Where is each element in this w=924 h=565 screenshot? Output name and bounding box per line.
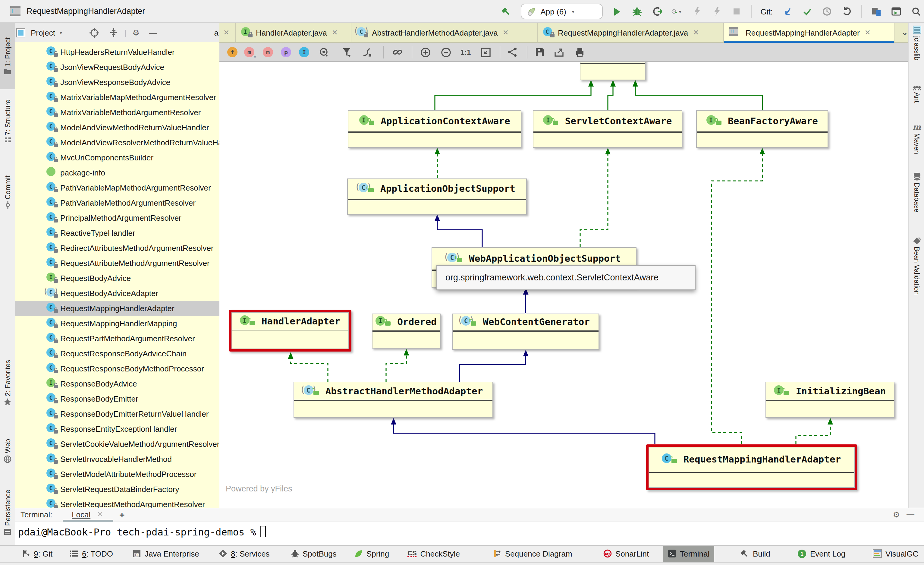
bottom-bar-event-log[interactable]: 1Event Log bbox=[793, 545, 850, 562]
project-structure-icon[interactable] bbox=[871, 6, 882, 17]
close-tab-icon[interactable]: ✕ bbox=[865, 29, 871, 37]
run-configuration-select[interactable]: App (6)▼ bbox=[521, 4, 603, 19]
tree-item-HttpHeadersReturnValueHandler[interactable]: CHttpHeadersReturnValueHandler bbox=[15, 44, 219, 59]
bottom-bar-sequence-diagram[interactable]: Sequence Diagram bbox=[488, 545, 577, 562]
tree-item-RequestResponseBodyMethodProcessor[interactable]: CRequestResponseBodyMethodProcessor bbox=[15, 361, 219, 376]
debug-icon[interactable] bbox=[632, 6, 642, 17]
tool-strip-ant[interactable]: Ant bbox=[909, 83, 924, 111]
run-anything-icon[interactable] bbox=[891, 6, 902, 17]
terminal-prompt[interactable]: pdai@MacBook-Pro tech-pdai-spring-demos … bbox=[18, 526, 256, 538]
profiler-icon[interactable]: ▼ bbox=[672, 6, 682, 17]
editor-tab-RequestMappingHandlerAdapter.java[interactable]: CRequestMappingHandlerAdapter.java✕ bbox=[537, 23, 724, 42]
fit-content-icon[interactable] bbox=[479, 46, 492, 59]
constructors-icon[interactable]: m★ bbox=[243, 46, 255, 59]
close-icon[interactable]: ✕ bbox=[97, 510, 103, 518]
tree-item-ResponseEntityExceptionHandler[interactable]: CResponseEntityExceptionHandler bbox=[15, 421, 219, 436]
tree-item-RequestResponseBodyAdviceChain[interactable]: CRequestResponseBodyAdviceChain bbox=[15, 346, 219, 361]
diagram-node-Ordered[interactable]: IOrdered bbox=[372, 313, 441, 349]
tree-item-RequestPartMethodArgumentResolver[interactable]: CRequestPartMethodArgumentResolver bbox=[15, 331, 219, 346]
editor-tab-a[interactable]: a✕ bbox=[219, 23, 236, 42]
tree-item-RedirectAttributesMethodArgumentResolver[interactable]: CRedirectAttributesMethodArgumentResolve… bbox=[15, 240, 219, 255]
apply-layout-icon[interactable] bbox=[506, 46, 519, 59]
tree-item-ResponseBodyAdvice[interactable]: IResponseBodyAdvice bbox=[15, 376, 219, 391]
diagram-node-partial[interactable] bbox=[580, 62, 645, 80]
tree-item-ServletModelAttributeMethodProcessor[interactable]: CServletModelAttributeMethodProcessor bbox=[15, 466, 219, 481]
close-tab-icon[interactable]: ✕ bbox=[693, 29, 699, 37]
tool-strip--favorites[interactable]: 2: Favorites bbox=[0, 349, 15, 417]
tool-strip--structure[interactable]: 7: Structure bbox=[0, 94, 15, 150]
tree-item-ModelAndViewResolverMethodReturnValueHandler[interactable]: CModelAndViewResolverMethodReturnValueHa… bbox=[15, 135, 219, 150]
properties-icon[interactable]: p bbox=[280, 46, 292, 59]
bottom-bar--services[interactable]: 8: Services bbox=[214, 545, 274, 562]
hide-panel-icon[interactable]: — bbox=[149, 28, 157, 37]
tool-strip-commit[interactable]: Commit bbox=[0, 165, 15, 220]
update-project-icon[interactable] bbox=[782, 6, 793, 17]
tool-strip-maven[interactable]: mMaven bbox=[909, 122, 924, 153]
show-dependencies-icon[interactable] bbox=[391, 46, 404, 59]
tool-strip-jclasslib[interactable]: jclasslib bbox=[909, 26, 924, 72]
bottom-bar-sonarlint[interactable]: SonarLint bbox=[598, 545, 654, 562]
terminal-settings-icon[interactable]: ⚙ bbox=[893, 510, 900, 519]
rollback-icon[interactable] bbox=[842, 6, 852, 17]
tree-item-MatrixVariableMethodArgumentResolver[interactable]: CMatrixVariableMethodArgumentResolver bbox=[15, 105, 219, 120]
zoom-in-icon[interactable] bbox=[419, 46, 432, 59]
tree-item-ResponseBodyEmitterReturnValueHandler[interactable]: CResponseBodyEmitterReturnValueHandler bbox=[15, 406, 219, 421]
print-icon[interactable] bbox=[573, 46, 586, 59]
bottom-bar-java-enterprise[interactable]: EEJava Enterprise bbox=[128, 545, 204, 562]
diagram-node-ApplicationContextAware[interactable]: IApplicationContextAware bbox=[348, 110, 521, 148]
diagram-node-BeanFactoryAware[interactable]: IBeanFactoryAware bbox=[696, 110, 828, 148]
actual-size-icon[interactable]: 1:1 bbox=[459, 46, 472, 59]
diagram-node-AbstractHandlerMethodAdapter[interactable]: (C)AbstractHandlerMethodAdapter bbox=[294, 382, 493, 418]
commit-icon[interactable] bbox=[802, 6, 813, 17]
search-icon[interactable] bbox=[911, 6, 922, 17]
close-tab-icon[interactable]: ✕ bbox=[332, 29, 338, 37]
bottom-bar-visualgc[interactable]: VisualGC bbox=[868, 545, 923, 562]
diagram-canvas[interactable]: IApplicationContextAwareIServletContextA… bbox=[219, 62, 908, 508]
editor-tab-HandlerAdapter.java[interactable]: IHandlerAdapter.java✕ bbox=[236, 23, 351, 42]
tool-strip-persistence[interactable]: Persistence bbox=[0, 482, 15, 543]
tree-item-ModelAndViewMethodReturnValueHandler[interactable]: CModelAndViewMethodReturnValueHandler bbox=[15, 120, 219, 135]
close-tab-icon[interactable]: ✕ bbox=[502, 29, 509, 37]
export-icon[interactable] bbox=[553, 46, 566, 59]
tree-item-ServletRequestDataBinderFactory[interactable]: CServletRequestDataBinderFactory bbox=[15, 481, 219, 497]
tool-strip--project[interactable]: 1: Project bbox=[0, 23, 15, 89]
chevron-down-icon[interactable]: ▼ bbox=[59, 30, 63, 35]
bottom-bar-terminal[interactable]: Terminal bbox=[663, 545, 714, 562]
tree-item-JsonViewResponseBodyAdvice[interactable]: CJsonViewResponseBodyAdvice bbox=[15, 74, 219, 90]
route-edges-icon[interactable] bbox=[361, 46, 374, 59]
tree-item-PathVariableMapMethodArgumentResolver[interactable]: CPathVariableMapMethodArgumentResolver bbox=[15, 180, 219, 195]
bottom-bar-spring[interactable]: Spring bbox=[350, 545, 394, 562]
diagram-node-ServletContextAware[interactable]: IServletContextAware bbox=[533, 110, 682, 148]
locate-icon[interactable] bbox=[90, 27, 100, 38]
tree-item-MvcUriComponentsBuilder[interactable]: CMvcUriComponentsBuilder bbox=[15, 150, 219, 165]
collapse-all-icon[interactable] bbox=[110, 28, 118, 38]
visibility-icon[interactable] bbox=[318, 46, 330, 59]
bottom-bar-build[interactable]: Build bbox=[735, 545, 775, 562]
bottom-bar--todo[interactable]: 6: TODO bbox=[65, 545, 118, 562]
history-icon[interactable] bbox=[822, 6, 832, 17]
diagram-node-RequestMappingHandlerAdapter[interactable]: CRequestMappingHandlerAdapter bbox=[648, 446, 854, 487]
tree-item-ServletCookieValueMethodArgumentResolver[interactable]: CServletCookieValueMethodArgumentResolve… bbox=[15, 436, 219, 451]
tree-item-package-info[interactable]: package-info bbox=[15, 165, 219, 180]
diagram-node-ApplicationObjectSupport[interactable]: (C)ApplicationObjectSupport bbox=[347, 178, 527, 214]
fields-icon[interactable]: f bbox=[226, 46, 238, 59]
build-hammer-icon[interactable] bbox=[501, 6, 512, 17]
tree-item-PrincipalMethodArgumentResolver[interactable]: CPrincipalMethodArgumentResolver bbox=[15, 210, 219, 225]
editor-tab-AbstractHandlerMethodAdapter.java[interactable]: (C)AbstractHandlerMethodAdapter.java✕ bbox=[351, 23, 537, 42]
methods-icon[interactable]: m bbox=[262, 46, 274, 59]
tool-strip-database[interactable]: Database bbox=[909, 173, 924, 211]
bottom-bar-checkstyle[interactable]: CSCheckStyle bbox=[403, 545, 465, 562]
tree-item-JsonViewRequestBodyAdvice[interactable]: CJsonViewRequestBodyAdvice bbox=[15, 59, 219, 74]
tree-item-PathVariableMethodArgumentResolver[interactable]: CPathVariableMethodArgumentResolver bbox=[15, 195, 219, 210]
tree-item-ServletRequestMethodArgumentResolver[interactable]: CServletRequestMethodArgumentResolver bbox=[15, 497, 219, 508]
coverage-icon[interactable] bbox=[651, 6, 662, 17]
new-terminal-icon[interactable]: + bbox=[119, 509, 125, 520]
tree-item-MatrixVariableMapMethodArgumentResolver[interactable]: CMatrixVariableMapMethodArgumentResolver bbox=[15, 90, 219, 105]
terminal-tab-local[interactable]: Local bbox=[72, 510, 90, 519]
editor-tab-RequestMappingHandlerAdapter[interactable]: ↑↑RequestMappingHandlerAdapter✕ bbox=[724, 23, 894, 42]
tree-item-RequestBodyAdviceAdapter[interactable]: (C)RequestBodyAdviceAdapter bbox=[15, 286, 219, 301]
diagram-node-HandlerAdapter[interactable]: IHandlerAdapter bbox=[231, 313, 349, 349]
run-icon[interactable] bbox=[612, 6, 622, 17]
zoom-out-icon[interactable] bbox=[440, 46, 452, 59]
diagram-node-WebContentGenerator[interactable]: (C)WebContentGenerator bbox=[452, 313, 599, 350]
